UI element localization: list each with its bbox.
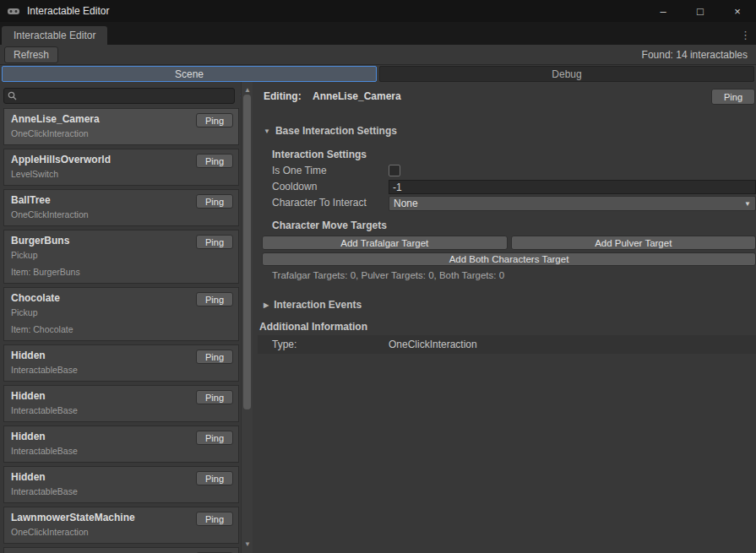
- targets-summary: Trafalgar Targets: 0, Pulver Targets: 0,…: [272, 270, 504, 280]
- maximize-button[interactable]: □: [682, 0, 719, 22]
- list-item[interactable]: AppleHillsOverworldLevelSwitchPing: [3, 149, 239, 186]
- is-one-time-label: Is One Time: [272, 165, 327, 176]
- search-box: [3, 88, 235, 104]
- item-subtitle: InteractableBase: [11, 445, 231, 458]
- scroll-down-icon[interactable]: ▼: [242, 539, 253, 550]
- minimize-button[interactable]: –: [645, 0, 682, 22]
- item-subtitle: InteractableBase: [11, 404, 231, 417]
- editor-tab-strip: Interactable Editor ⋮: [0, 22, 756, 45]
- list-item[interactable]: HiddenInteractableBasePing: [3, 466, 239, 503]
- type-label: Type:: [272, 339, 296, 350]
- ping-button[interactable]: Ping: [196, 113, 233, 127]
- chevron-down-icon: ▼: [744, 200, 751, 208]
- character-to-interact-label: Character To Interact: [272, 197, 367, 209]
- item-subtitle: InteractableBase: [11, 364, 231, 377]
- ping-button[interactable]: Ping: [196, 390, 233, 404]
- editing-row: Editing: AnneLise_Camera Ping: [258, 89, 756, 106]
- is-one-time-checkbox[interactable]: [389, 165, 400, 176]
- add-both-characters-target-button[interactable]: Add Both Characters Target: [262, 252, 756, 266]
- close-button[interactable]: ×: [719, 0, 756, 22]
- editing-value: AnneLise_Camera: [313, 90, 401, 102]
- add-pulver-target-button[interactable]: Add Pulver Target: [511, 236, 756, 250]
- interaction-settings-header: Interaction Settings: [272, 148, 367, 161]
- foldout-open-icon: ▼: [264, 127, 270, 135]
- interactable-editor-window: Interactable Editor – □ × Interactable E…: [0, 0, 756, 553]
- additional-information-header: Additional Information: [259, 320, 367, 333]
- cooldown-row: Cooldown: [258, 179, 756, 195]
- item-subtitle: Pickup: [11, 249, 231, 262]
- ping-button[interactable]: Ping: [196, 471, 233, 485]
- list-item[interactable]: ChocolatePickupItem: ChocolatePing: [3, 287, 239, 341]
- ping-button[interactable]: Ping: [196, 154, 233, 168]
- item-subtitle: OneClickInteraction: [11, 526, 231, 539]
- ping-button[interactable]: Ping: [196, 292, 233, 306]
- foldout-closed-icon: ▶: [264, 301, 269, 309]
- list-item[interactable]: BurgerBunsPickupItem: BurgerBunsPing: [3, 230, 239, 284]
- ping-button[interactable]: Ping: [711, 89, 755, 105]
- item-subtitle: Item: BurgerBuns: [11, 266, 231, 279]
- item-subtitle: LevelSwitch: [11, 168, 231, 181]
- foldout-label: Base Interaction Settings: [275, 125, 397, 137]
- cooldown-label: Cooldown: [272, 181, 317, 192]
- ping-button[interactable]: Ping: [196, 235, 233, 249]
- list-scrollbar[interactable]: ▲ ▼: [241, 82, 253, 553]
- list-item[interactable]: LawnmowerStateMachineOneClickInteraction…: [3, 507, 239, 544]
- list-item[interactable]: LureSpotA_SlotPing: [3, 547, 239, 553]
- title-bar: Interactable Editor – □ ×: [0, 0, 756, 22]
- refresh-button[interactable]: Refresh: [4, 46, 58, 63]
- item-subtitle: OneClickInteraction: [11, 127, 231, 140]
- character-dropdown[interactable]: None ▼: [389, 196, 756, 211]
- interactable-list: AnneLise_CameraOneClickInteractionPingAp…: [3, 108, 239, 553]
- add-trafalgar-target-button[interactable]: Add Trafalgar Target: [262, 236, 508, 250]
- editing-label: Editing:: [264, 90, 302, 102]
- scrollbar-thumb[interactable]: [243, 95, 251, 409]
- type-value: OneClickInteraction: [389, 339, 477, 350]
- app-icon: [7, 4, 20, 18]
- item-subtitle: InteractableBase: [11, 485, 231, 498]
- found-count-label: Found: 14 interactables: [642, 49, 748, 61]
- window-title: Interactable Editor: [27, 5, 109, 17]
- editor-panel: Editing: AnneLise_Camera Ping ▼ Base Int…: [258, 82, 756, 553]
- item-subtitle: Pickup: [11, 306, 231, 319]
- item-subtitle: OneClickInteraction: [11, 209, 231, 221]
- view-tabs: Scene Debug: [2, 66, 754, 82]
- character-move-targets-header: Character Move Targets: [272, 219, 387, 232]
- search-input[interactable]: [19, 89, 234, 102]
- list-item[interactable]: AnneLise_CameraOneClickInteractionPing: [3, 108, 239, 145]
- tab-scene[interactable]: Scene: [2, 66, 377, 82]
- list-item[interactable]: HiddenInteractableBasePing: [3, 426, 239, 463]
- character-dropdown-value: None: [394, 198, 418, 209]
- item-subtitle: Item: Chocolate: [11, 323, 231, 336]
- toolbar: Refresh Found: 14 interactables: [0, 45, 756, 65]
- list-item[interactable]: HiddenInteractableBasePing: [3, 385, 239, 422]
- foldout-label: Interaction Events: [274, 299, 362, 311]
- list-item[interactable]: HiddenInteractableBasePing: [3, 344, 239, 382]
- ping-button[interactable]: Ping: [196, 194, 233, 209]
- interaction-events-foldout[interactable]: ▶ Interaction Events: [264, 298, 362, 312]
- type-row: Type: OneClickInteraction: [258, 335, 756, 354]
- tab-interactable-editor[interactable]: Interactable Editor: [2, 26, 107, 45]
- character-to-interact-row: Character To Interact None ▼: [258, 195, 756, 212]
- search-row: ×: [3, 88, 250, 105]
- base-interaction-settings-foldout[interactable]: ▼ Base Interaction Settings: [264, 124, 397, 138]
- window-controls: – □ ×: [645, 0, 756, 22]
- is-one-time-row: Is One Time: [258, 163, 756, 179]
- list-item[interactable]: BallTreeOneClickInteractionPing: [3, 189, 239, 226]
- cooldown-input[interactable]: [389, 180, 756, 194]
- target-buttons-row: Add Trafalgar Target Add Pulver Target: [262, 236, 756, 250]
- ping-button[interactable]: Ping: [196, 350, 233, 364]
- ping-button[interactable]: Ping: [196, 512, 233, 526]
- tab-debug[interactable]: Debug: [379, 66, 754, 82]
- ping-button[interactable]: Ping: [196, 431, 233, 445]
- kebab-menu-icon[interactable]: ⋮: [735, 29, 756, 45]
- search-icon: [8, 91, 17, 100]
